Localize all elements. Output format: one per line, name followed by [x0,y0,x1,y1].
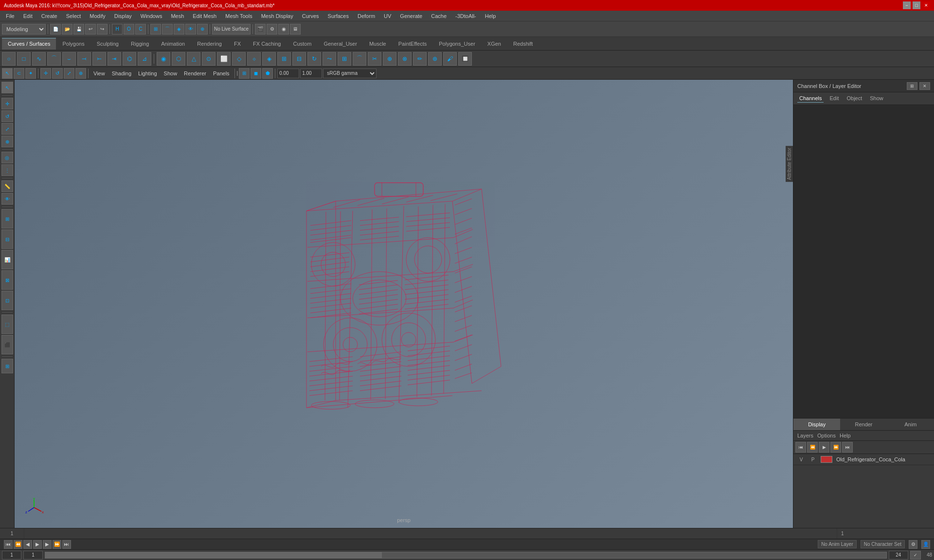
toggle-wireframe-btn[interactable]: ⊞ [239,68,250,79]
tab-xgen[interactable]: XGen [482,38,507,50]
dt-tab-render[interactable]: Render [840,419,887,430]
skip-to-start-btn[interactable]: ⏮ [4,540,13,549]
menu-item-mesh-display[interactable]: Mesh Display [257,12,297,20]
select-tool-lt[interactable]: ↖ [1,82,13,93]
layer-play[interactable]: ▶ [819,442,829,453]
scale-tool-btn[interactable]: ⤢ [64,68,74,79]
soft-select-lt[interactable]: ◎ [1,152,13,163]
measure-lt[interactable]: 📏 [1,180,13,192]
snap-lt[interactable]: ⋮ [1,164,13,176]
undo-btn[interactable]: ↩ [85,24,96,35]
snap-curve-btn[interactable]: ⌒ [162,24,173,35]
menu-item-modify[interactable]: Modify [86,12,109,20]
shelf-btn-nurbs2[interactable]: ⟐ [247,52,261,66]
shelf-btn-birail[interactable]: ⤳ [323,52,336,66]
tab-fx[interactable]: FX [228,38,247,50]
tab-rendering[interactable]: Rendering [191,38,228,50]
tab-general-user[interactable]: General_User [318,38,362,50]
tab-polygons-user[interactable]: Polygons_User [433,38,481,50]
tab-muscle[interactable]: Muscle [363,38,392,50]
shelf-btn-loft[interactable]: ⊞ [277,52,291,66]
frame-count-input[interactable] [889,551,908,560]
close-button[interactable]: ✕ [922,1,930,9]
shelf-btn-tool1[interactable]: ⤙ [77,52,91,66]
select-by-hierarchy-btn[interactable]: H [112,24,123,35]
lasso-tool-btn[interactable]: ⊂ [14,68,24,79]
shelf-btn-torus[interactable]: ⊙ [202,52,216,66]
pose-lt[interactable]: ⬚ [1,315,13,334]
shelf-btn-tool4[interactable]: ⌬ [123,52,136,66]
no-anim-layer-label[interactable]: No Anim Layer [818,540,857,548]
select-by-component-btn[interactable]: C [135,24,146,35]
menu-item-help[interactable]: Help [481,12,500,20]
value-input1[interactable] [277,69,299,78]
universal-manip-lt[interactable]: ⊕ [1,136,13,147]
rotate-tool-btn[interactable]: ↺ [52,68,63,79]
shelf-btn-curve2[interactable]: ⌒ [47,52,61,66]
shelf-btn-square[interactable]: □ [17,52,31,66]
new-scene-btn[interactable]: 📄 [50,24,61,35]
show-menu[interactable]: Show [161,70,180,77]
shelf-btn-tool3[interactable]: ⤛ [108,52,121,66]
view-menu[interactable]: View [90,70,108,77]
move-tool-lt[interactable]: ✛ [1,98,13,109]
layer-skip-end[interactable]: ⏭ [842,442,853,453]
next-frame-btn[interactable]: ▶ [43,540,52,549]
cb-float-btn[interactable]: ⊞ [907,82,917,90]
open-scene-btn[interactable]: 📂 [62,24,72,35]
tab-rigging[interactable]: Rigging [125,38,155,50]
tab-redshift[interactable]: Redshift [507,38,539,50]
hypershade-btn[interactable]: ◉ [278,24,289,35]
render-lt[interactable]: ⊟ [1,229,13,249]
renderer-menu[interactable]: Renderer [181,70,209,77]
shelf-btn-stitch[interactable]: ⊗ [398,52,412,66]
shaded-btn[interactable]: ◼ [251,68,261,79]
play-btn[interactable]: ▶ [33,540,42,549]
prev-frame-btn[interactable]: ◀ [23,540,32,549]
scale-tool-lt[interactable]: ⤢ [1,123,13,135]
tab-animation[interactable]: Animation [155,38,191,50]
value-input2[interactable] [300,69,322,78]
menu-item-uv[interactable]: UV [380,12,395,20]
redo-btn[interactable]: ↪ [97,24,108,35]
shelf-btn-nurbs3[interactable]: ◈ [262,52,276,66]
menu-item-file[interactable]: File [2,12,18,20]
shading-menu[interactable]: Shading [109,70,134,77]
menu-item-cache[interactable]: Cache [427,12,450,20]
menu-item-mesh[interactable]: Mesh [167,12,188,20]
shelf-btn-tool2[interactable]: ⤚ [92,52,106,66]
attr-lt[interactable]: ⊞ [1,209,13,228]
shelf-btn-tool5[interactable]: ⊿ [138,52,151,66]
shelf-btn-sphere[interactable]: ◉ [157,52,170,66]
tab-custom[interactable]: Custom [287,38,318,50]
menu-item-surfaces[interactable]: Surfaces [324,12,353,20]
layer-color-swatch[interactable] [821,456,832,463]
layer-opt-help[interactable]: Help [840,433,851,438]
shelf-btn-circle[interactable]: ○ [2,52,16,66]
shelf-btn-curve3[interactable]: ⌣ [62,52,76,66]
color-space-selector[interactable]: sRGB gamma [323,69,377,78]
tab-painteffects[interactable]: PaintEffects [393,38,433,50]
menu-item-select[interactable]: Select [62,12,85,20]
menu-item--3dtoall-[interactable]: -3DtoAll- [451,12,480,20]
select-tool-btn[interactable]: ↖ [2,68,13,79]
move-tool-btn[interactable]: ✛ [40,68,51,79]
skip-to-end-btn[interactable]: ⏭ [62,540,71,549]
universal-tool-btn[interactable]: ⊕ [75,68,86,79]
shelf-btn-sculpt[interactable]: ✏ [413,52,427,66]
paint-select-btn[interactable]: ✦ [25,68,36,79]
snap-point-btn[interactable]: ◈ [174,24,184,35]
show-lt[interactable]: 👁 [1,193,13,205]
cb-tab-show[interactable]: Show [868,94,885,103]
workspace-selector[interactable]: Modeling [2,24,46,35]
timeline-track[interactable] [24,528,837,539]
camera-lt[interactable]: ⊞ [1,359,13,373]
layer-next[interactable]: ⏩ [830,442,841,453]
render-options-btn[interactable]: ⚙ [267,24,277,35]
cb-close-btn[interactable]: ✕ [919,82,930,90]
viewport[interactable]: persp x y z [15,80,793,528]
timeline-settings-btn[interactable]: ⚙ [909,540,917,549]
next-key-btn[interactable]: ⏩ [53,540,61,549]
shelf-btn-paint[interactable]: 🖌 [443,52,457,66]
range-bar[interactable] [45,552,887,559]
